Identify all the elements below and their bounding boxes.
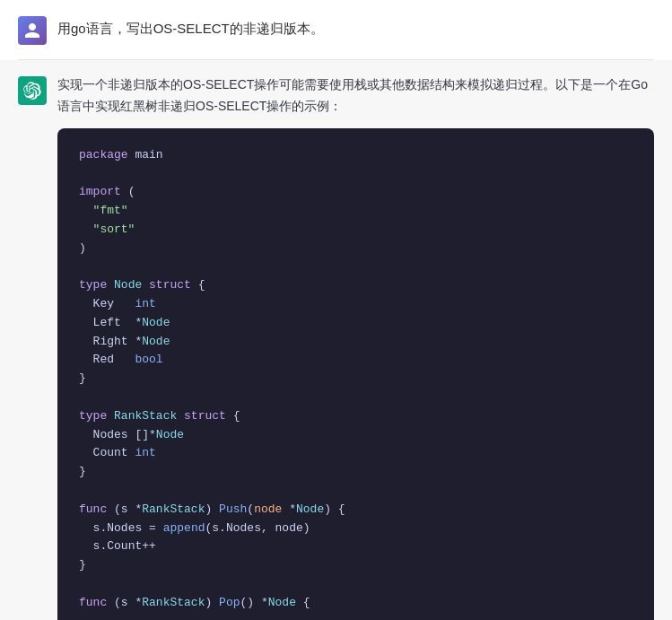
assistant-avatar [18, 76, 47, 105]
user-avatar [18, 16, 47, 45]
user-message-text: 用go语言，写出OS-SELECT的非递归版本。 [57, 14, 654, 39]
user-message-row: 用go语言，写出OS-SELECT的非递归版本。 [0, 0, 672, 59]
chat-container: 用go语言，写出OS-SELECT的非递归版本。 实现一个非递归版本的OS-SE… [0, 0, 672, 620]
code-content: package main import ( "fmt" "sort" ) typ… [79, 146, 633, 613]
code-block: package main import ( "fmt" "sort" ) typ… [57, 128, 654, 620]
assistant-message-content: 实现一个非递归版本的OS-SELECT操作可能需要使用栈或其他数据结构来模拟递归… [57, 74, 654, 620]
code-inner: package main import ( "fmt" "sort" ) typ… [57, 128, 654, 620]
assistant-intro-text: 实现一个非递归版本的OS-SELECT操作可能需要使用栈或其他数据结构来模拟递归… [57, 74, 654, 118]
assistant-message-row: 实现一个非递归版本的OS-SELECT操作可能需要使用栈或其他数据结构来模拟递归… [0, 60, 672, 620]
